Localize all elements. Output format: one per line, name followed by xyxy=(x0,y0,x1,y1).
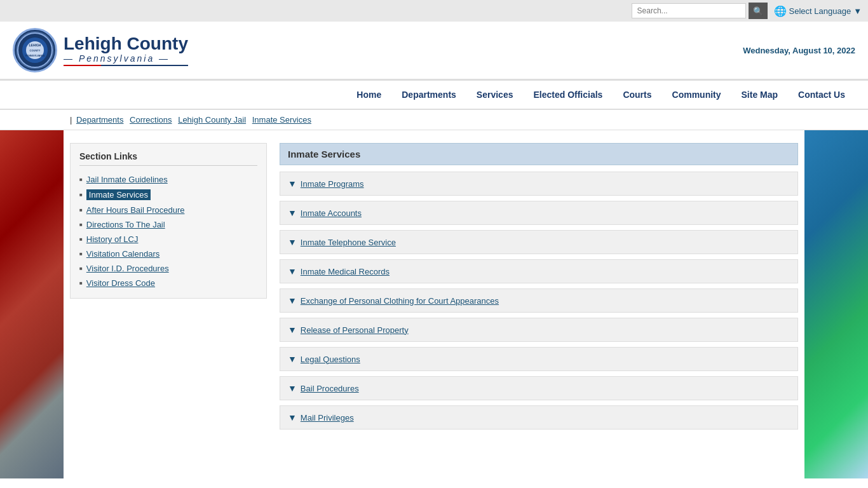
main-content: Inmate Services ▼ Inmate Programs ▼ Inma… xyxy=(280,143,798,435)
accordion-link-inmate-programs[interactable]: Inmate Programs xyxy=(301,179,364,189)
sidebar-item-history: History of LCJ xyxy=(79,232,257,247)
sidebar-link-dress-code[interactable]: Visitor Dress Code xyxy=(86,278,155,288)
nav-item-home[interactable]: Home xyxy=(346,81,391,109)
sidebar: Section Links Jail Inmate Guidelines Inm… xyxy=(70,143,267,299)
sidebar-link-visitation[interactable]: Visitation Calendars xyxy=(86,249,159,259)
accordion-link-legal-questions[interactable]: Legal Questions xyxy=(301,355,360,364)
chevron-down-icon: ▼ xyxy=(853,6,862,16)
accordion-inmate-accounts[interactable]: ▼ Inmate Accounts xyxy=(280,201,798,225)
accordion-arrow-icon: ▼ xyxy=(288,295,297,306)
accordion-arrow-icon: ▼ xyxy=(288,354,297,364)
accordion-medical-records[interactable]: ▼ Inmate Medical Records xyxy=(280,259,798,283)
accordion-arrow-icon: ▼ xyxy=(288,179,297,189)
sidebar-link-visitor-id[interactable]: Visitor I.D. Procedures xyxy=(86,264,169,273)
logo-text: Lehigh County — Pennsylvania — xyxy=(64,34,188,67)
globe-icon: 🌐 xyxy=(774,5,787,17)
sidebar-title: Section Links xyxy=(79,151,257,166)
nav-item-sitemap[interactable]: Site Map xyxy=(731,81,789,109)
sidebar-link-jail-guidelines[interactable]: Jail Inmate Guidelines xyxy=(86,175,168,184)
accordion-link-medical-records[interactable]: Inmate Medical Records xyxy=(301,267,390,276)
breadcrumb-inmate-services[interactable]: Inmate Services xyxy=(252,115,311,125)
accordion-telephone-service[interactable]: ▼ Inmate Telephone Service xyxy=(280,230,798,254)
site-name: Lehigh County xyxy=(64,34,188,54)
breadcrumb-corrections[interactable]: Corrections xyxy=(130,115,172,125)
sidebar-links: Jail Inmate Guidelines Inmate Services A… xyxy=(79,172,257,290)
breadcrumb-separator: | xyxy=(70,115,72,125)
sidebar-item-jail-guidelines: Jail Inmate Guidelines xyxy=(79,172,257,187)
sidebar-link-after-hours-bail[interactable]: After Hours Bail Procedure xyxy=(86,205,185,215)
sidebar-item-directions: Directions To The Jail xyxy=(79,217,257,232)
accordion-legal-questions[interactable]: ▼ Legal Questions xyxy=(280,347,798,371)
search-form: 🔍 xyxy=(632,3,768,19)
main-nav: Home Departments Services Elected Offici… xyxy=(0,79,868,110)
svg-text:COUNTY: COUNTY xyxy=(30,49,41,52)
site-sub: — Pennsylvania — xyxy=(64,53,188,64)
logo-inner: LEHIGH COUNTY PENNSYLVANIA xyxy=(16,31,54,69)
accordion-bail-procedures[interactable]: ▼ Bail Procedures xyxy=(280,376,798,400)
accordion-arrow-icon: ▼ xyxy=(288,266,297,276)
nav-item-community[interactable]: Community xyxy=(662,81,731,109)
header-right: Wednesday, August 10, 2022 xyxy=(743,46,855,55)
accordion-link-telephone-service[interactable]: Inmate Telephone Service xyxy=(301,238,396,247)
sidebar-item-dress-code: Visitor Dress Code xyxy=(79,276,257,290)
accordion-link-personal-property[interactable]: Release of Personal Property xyxy=(301,325,409,335)
sidebar-item-inmate-services: Inmate Services xyxy=(79,187,257,203)
search-button[interactable]: 🔍 xyxy=(749,3,768,19)
accordion-arrow-icon: ▼ xyxy=(288,383,297,393)
breadcrumb-departments[interactable]: Departments xyxy=(76,115,123,125)
site-header: LEHIGH COUNTY PENNSYLVANIA Lehigh County… xyxy=(0,22,868,79)
accordion-inmate-programs[interactable]: ▼ Inmate Programs xyxy=(280,172,798,196)
accordion-arrow-icon: ▼ xyxy=(288,208,297,218)
search-icon: 🔍 xyxy=(753,6,763,16)
accordion-arrow-icon: ▼ xyxy=(288,237,297,247)
top-bar: 🔍 🌐 Select Language ▼ xyxy=(0,0,868,22)
logo-area[interactable]: LEHIGH COUNTY PENNSYLVANIA Lehigh County… xyxy=(13,28,188,72)
nav-item-courts[interactable]: Courts xyxy=(613,81,661,109)
sidebar-link-history[interactable]: History of LCJ xyxy=(86,234,139,244)
content-title: Inmate Services xyxy=(280,143,798,165)
date-display: Wednesday, August 10, 2022 xyxy=(743,46,855,55)
breadcrumb-jail[interactable]: Lehigh County Jail xyxy=(178,115,246,125)
sidebar-link-inmate-services[interactable]: Inmate Services xyxy=(86,189,151,200)
sidebar-link-directions[interactable]: Directions To The Jail xyxy=(86,220,165,229)
breadcrumb: | Departments Corrections Lehigh County … xyxy=(0,110,868,130)
accordion-arrow-icon: ▼ xyxy=(288,325,297,335)
accordion-link-mail-privileges[interactable]: Mail Privileges xyxy=(301,413,354,423)
nav-item-departments[interactable]: Departments xyxy=(391,81,466,109)
nav-item-contact[interactable]: Contact Us xyxy=(788,81,855,109)
nav-item-elected[interactable]: Elected Officials xyxy=(523,81,613,109)
accordion-link-inmate-accounts[interactable]: Inmate Accounts xyxy=(301,208,362,218)
search-input[interactable] xyxy=(632,3,746,18)
svg-text:LEHIGH: LEHIGH xyxy=(29,43,41,47)
sidebar-item-visitor-id: Visitor I.D. Procedures xyxy=(79,261,257,276)
language-selector[interactable]: 🌐 Select Language ▼ xyxy=(774,5,862,17)
language-label: Select Language xyxy=(789,6,851,16)
accordion-arrow-icon: ▼ xyxy=(288,412,297,423)
sidebar-item-visitation: Visitation Calendars xyxy=(79,247,257,261)
svg-text:PENNSYLVANIA: PENNSYLVANIA xyxy=(25,54,45,57)
accordion-link-personal-clothing[interactable]: Exchange of Personal Clothing for Court … xyxy=(301,296,499,306)
logo-seal: LEHIGH COUNTY PENNSYLVANIA xyxy=(13,28,57,72)
hero-container: | Departments Corrections Lehigh County … xyxy=(0,110,868,478)
accordion-personal-property[interactable]: ▼ Release of Personal Property xyxy=(280,318,798,342)
accordion-personal-clothing[interactable]: ▼ Exchange of Personal Clothing for Cour… xyxy=(280,288,798,313)
sidebar-item-after-hours-bail: After Hours Bail Procedure xyxy=(79,203,257,217)
accordion-mail-privileges[interactable]: ▼ Mail Privileges xyxy=(280,405,798,430)
accordion-link-bail-procedures[interactable]: Bail Procedures xyxy=(301,384,359,393)
main-area: Section Links Jail Inmate Guidelines Inm… xyxy=(0,130,868,447)
nav-item-services[interactable]: Services xyxy=(466,81,524,109)
